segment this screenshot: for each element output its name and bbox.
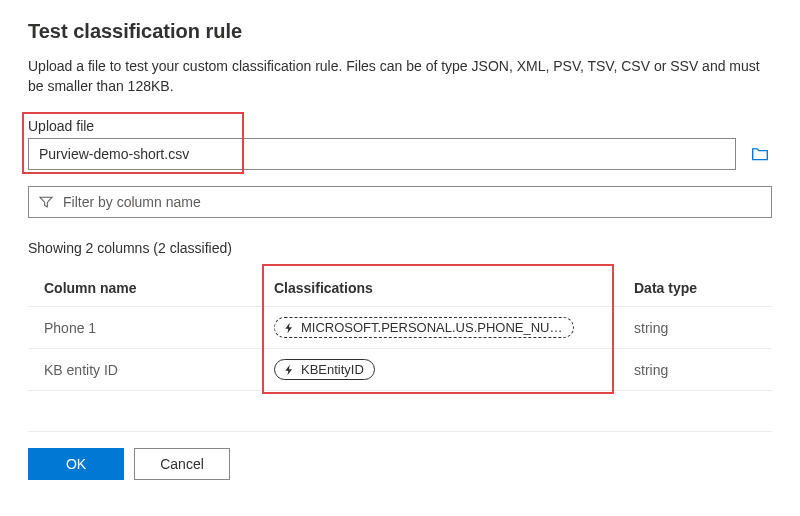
cell-classifications: KBEntityID [258,349,618,391]
browse-button[interactable] [748,142,772,166]
cell-column-name: KB entity ID [28,349,258,391]
page-description: Upload a file to test your custom classi… [28,57,772,96]
filter-row[interactable] [28,186,772,218]
cell-data-type: string [618,349,772,391]
classification-pill[interactable]: MICROSOFT.PERSONAL.US.PHONE_NU… [274,317,574,338]
dialog-footer: OK Cancel [28,448,772,480]
filter-icon [39,195,53,209]
table-row: Phone 1 MICROSOFT.PERSONAL.US.PHONE_NU… … [28,307,772,349]
page-title: Test classification rule [28,20,772,43]
upload-file-input[interactable] [28,138,736,170]
classification-label: MICROSOFT.PERSONAL.US.PHONE_NU… [301,320,563,335]
lightning-icon [283,364,295,376]
cancel-button[interactable]: Cancel [134,448,230,480]
filter-input[interactable] [61,193,761,211]
lightning-icon [283,322,295,334]
results-table-wrap: Column name Classifications Data type Ph… [28,270,772,391]
ok-button[interactable]: OK [28,448,124,480]
results-table: Column name Classifications Data type Ph… [28,270,772,391]
cell-classifications: MICROSOFT.PERSONAL.US.PHONE_NU… [258,307,618,349]
results-summary: Showing 2 columns (2 classified) [28,240,772,256]
folder-icon [751,145,769,163]
cell-column-name: Phone 1 [28,307,258,349]
table-row: KB entity ID KBEntityID string [28,349,772,391]
upload-group: Upload file [28,118,772,170]
classification-pill[interactable]: KBEntityID [274,359,375,380]
footer-divider [28,431,772,432]
classification-label: KBEntityID [301,362,364,377]
th-data-type[interactable]: Data type [618,270,772,307]
upload-label: Upload file [28,118,772,134]
cell-data-type: string [618,307,772,349]
th-classifications[interactable]: Classifications [258,270,618,307]
th-column-name[interactable]: Column name [28,270,258,307]
